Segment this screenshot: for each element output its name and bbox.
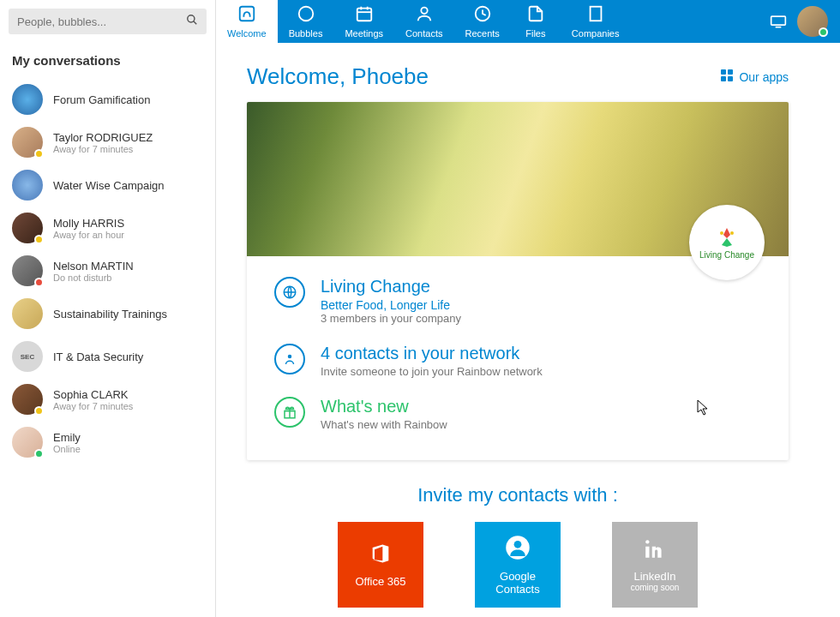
avatar: [12, 427, 43, 458]
svg-rect-19: [721, 76, 726, 81]
conversation-list: Forum Gamification Taylor RODRIGUEZAway …: [0, 78, 215, 617]
conversation-item[interactable]: SEC IT & Data Security: [0, 335, 215, 378]
conversation-name: Molly HARRIS: [53, 217, 124, 230]
clock-icon: [473, 4, 492, 27]
file-icon: [526, 4, 545, 27]
svg-line-1: [194, 21, 197, 25]
svg-point-21: [720, 231, 723, 235]
avatar: [12, 255, 43, 286]
conversation-status: Away for 7 minutes: [53, 401, 133, 411]
company-members: 3 members in your company: [321, 312, 461, 325]
invite-linkedin: LinkedIn coming soon: [612, 522, 698, 608]
whatsnew-row[interactable]: What's new What's new with Rainbow: [274, 390, 761, 443]
conversation-status: Online: [53, 444, 81, 454]
conversation-item[interactable]: Nelson MARTINDo not disturb: [0, 249, 215, 292]
profile-avatar[interactable]: [797, 6, 828, 37]
avatar: [12, 384, 43, 415]
invite-title: Invite my contacts with :: [247, 484, 789, 506]
invite-sublabel: coming soon: [631, 583, 680, 592]
conversation-item[interactable]: Sustainability Trainings: [0, 292, 215, 335]
nav-label: Bubbles: [289, 28, 323, 39]
nav-label: Welcome: [227, 28, 267, 39]
nav-recents[interactable]: Recents: [453, 0, 510, 43]
whatsnew-title: What's new: [321, 397, 447, 416]
person-icon: [415, 4, 434, 27]
svg-rect-30: [645, 546, 649, 557]
our-apps-label: Our apps: [739, 70, 789, 84]
nav-contacts[interactable]: Contacts: [394, 0, 453, 43]
svg-point-31: [645, 540, 649, 543]
svg-rect-4: [357, 9, 371, 21]
nav-bubbles[interactable]: Bubbles: [278, 0, 334, 43]
nav-welcome[interactable]: Welcome: [216, 0, 278, 43]
building-icon: [586, 4, 605, 27]
svg-rect-10: [590, 7, 601, 21]
status-online-icon: [819, 27, 828, 37]
nav-label: Recents: [465, 28, 499, 39]
company-name: Living Change: [321, 277, 461, 297]
status-away-icon: [34, 149, 44, 159]
avatar: [12, 213, 43, 243]
conversation-name: IT & Data Security: [53, 350, 143, 363]
network-icon: [274, 344, 305, 374]
screen-share-icon[interactable]: [770, 0, 790, 43]
invite-label: Contacts: [495, 583, 539, 596]
conversation-name: Forum Gamification: [53, 93, 150, 106]
nav-files[interactable]: Files: [511, 0, 561, 43]
status-away-icon: [34, 235, 44, 244]
search-input[interactable]: [17, 15, 186, 28]
calendar-icon: [355, 4, 374, 27]
conversation-name: Emily: [53, 431, 81, 444]
svg-point-3: [298, 7, 313, 21]
network-sub: Invite someone to join your Rainbow netw…: [321, 365, 543, 378]
nav-label: Files: [525, 28, 545, 39]
invite-office365[interactable]: Office 365: [338, 522, 423, 608]
company-tagline: Better Food, Longer Life: [321, 298, 461, 312]
invite-google-contacts[interactable]: Google Contacts: [475, 522, 561, 608]
avatar: [12, 298, 43, 329]
welcome-card: Living Change Living Change Better Food,…: [247, 102, 789, 460]
status-dnd-icon: [34, 278, 44, 287]
company-row[interactable]: Living Change Better Food, Longer Life 3…: [274, 270, 761, 337]
rainbow-icon: [237, 4, 256, 27]
search-box[interactable]: [9, 9, 207, 34]
status-away-icon: [34, 406, 44, 416]
svg-point-22: [730, 231, 734, 235]
main: Welcome Bubbles Meetings Contacts Recent…: [216, 0, 840, 617]
svg-point-24: [288, 355, 292, 359]
nav-label: Companies: [572, 28, 620, 39]
nav-meetings[interactable]: Meetings: [333, 0, 394, 43]
nav-label: Contacts: [405, 28, 442, 39]
company-badge: Living Change: [689, 205, 765, 280]
conversation-status: Do not disturb: [53, 273, 134, 283]
nav-companies[interactable]: Companies: [561, 0, 631, 43]
nav-label: Meetings: [345, 28, 383, 39]
conversation-item[interactable]: Sophia CLARKAway for 7 minutes: [0, 378, 215, 421]
search-icon: [186, 14, 198, 29]
conversation-status: Away for an hour: [53, 230, 124, 240]
conversation-item[interactable]: Molly HARRISAway for an hour: [0, 207, 215, 249]
network-row[interactable]: 4 contacts in your network Invite someon…: [274, 337, 761, 390]
office-icon: [369, 542, 393, 572]
avatar: [12, 84, 43, 115]
svg-rect-18: [728, 69, 733, 75]
conversation-item[interactable]: EmilyOnline: [0, 421, 215, 464]
person-circle-icon: [505, 535, 531, 566]
invite-label: Office 365: [355, 575, 405, 588]
conversation-item[interactable]: Water Wise Campaign: [0, 164, 215, 207]
svg-rect-15: [771, 16, 786, 25]
conversation-item[interactable]: Taylor RODRIGUEZAway for 7 minutes: [0, 121, 215, 164]
conversation-item[interactable]: Forum Gamification: [0, 78, 215, 121]
bubble-icon: [297, 4, 315, 27]
topbar: Welcome Bubbles Meetings Contacts Recent…: [216, 0, 840, 43]
linkedin-icon: [644, 538, 666, 566]
invite-row: Office 365 Google Contacts LinkedIn comi…: [247, 522, 789, 608]
our-apps-link[interactable]: Our apps: [720, 69, 789, 85]
conversation-name: Taylor RODRIGUEZ: [53, 131, 153, 144]
sidebar: My conversations Forum Gamification Tayl…: [0, 0, 216, 617]
status-online-icon: [34, 449, 44, 458]
apps-icon: [720, 69, 734, 85]
svg-rect-2: [240, 7, 255, 21]
invite-label: LinkedIn: [633, 570, 675, 583]
svg-rect-20: [728, 76, 733, 81]
